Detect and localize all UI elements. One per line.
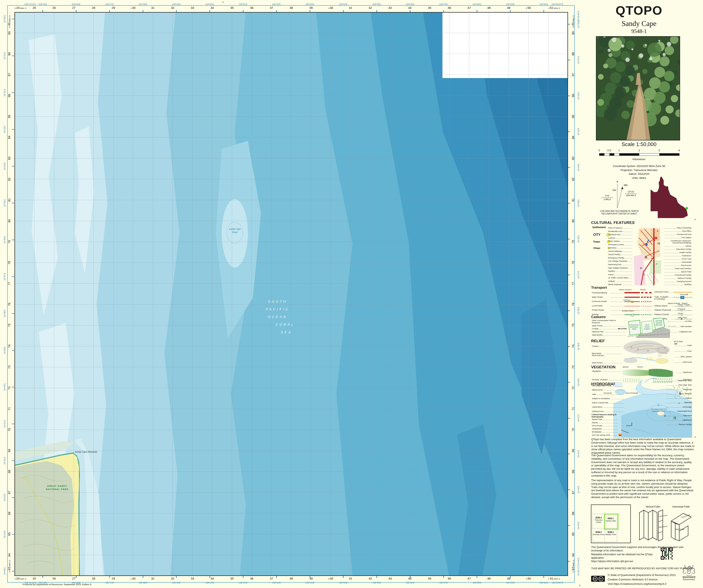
legend-row: Waste Disposal	[608, 283, 633, 286]
legend-row: Marina	[592, 422, 618, 424]
graticule-tick	[12, 460, 14, 461]
svg-text:Sandy Cape (Wookah): Sandy Cape (Wookah)	[75, 450, 97, 453]
perennial-label: Perennial	[604, 392, 612, 394]
support-text: The Queensland Government supports and e…	[591, 545, 695, 553]
graticule-tick	[543, 10, 544, 12]
svg-text:▲: ▲	[640, 231, 642, 233]
legend-row: Mangrove	[666, 389, 692, 391]
latitude-label: 24°30'S	[576, 10, 580, 38]
registration-mark: +	[694, 218, 696, 221]
legend-row: Courthouses, Museums, Government Buildin…	[664, 240, 691, 244]
scalebar-segment	[614, 154, 619, 156]
graticule-tick	[176, 576, 177, 578]
legend-row: Swamp	[666, 397, 692, 399]
adjoining-cell: 9548-1Sandy Cape	[605, 517, 617, 522]
svg-text:184 MILS: 184 MILS	[626, 194, 636, 196]
horizontal-folds-diagram: Front Cover Back Cover	[671, 509, 692, 541]
graticule-tick	[568, 203, 570, 203]
disclaimer-paragraph-1: QTopo has been compiled from the best in…	[591, 438, 695, 454]
graticule-tick	[568, 453, 570, 454]
svg-text:FOREST: FOREST	[644, 328, 651, 330]
easting-label: 5 51 000m. E	[540, 6, 568, 10]
svg-text:130: 130	[637, 348, 639, 350]
legend-row: Waterhole, Bore	[666, 380, 692, 382]
settlement-type: Village	[593, 247, 610, 249]
registration-mark: +	[579, 584, 580, 587]
longitude-label: 153°25'E	[363, 581, 391, 584]
disclaimer-paragraph-3: The representation of any road or track …	[591, 479, 695, 499]
relief-illustration: 150130100 + ▼	[623, 340, 673, 364]
longitude-label: 153°18'E	[129, 2, 157, 6]
legend-row: Picnic Area	[664, 258, 691, 260]
legend-row: Sand Area	[675, 361, 692, 363]
longitude-label: 153°26'E	[396, 581, 424, 584]
legend-row: Submerged Reef	[666, 410, 692, 412]
graticule-tick	[568, 310, 570, 311]
graticule-tick	[568, 132, 570, 132]
graticule-tick	[12, 424, 14, 424]
graticule-tick	[410, 10, 410, 12]
svg-text:▲: ▲	[655, 262, 658, 265]
scalebar-units: Kilometres	[592, 158, 687, 161]
latitude-label: 24°38'S	[3, 299, 6, 328]
longitude-label: 153°25'E	[363, 2, 391, 6]
non-perennial-label: Non-Perennial	[626, 392, 638, 394]
scalebar-tick-label: 0.5	[607, 149, 611, 152]
svg-text:▼: ▼	[665, 353, 667, 354]
legend-row: Racecourse	[664, 264, 691, 266]
svg-text:⚓: ⚓	[657, 403, 660, 406]
toll-point-label: Toll Point	[623, 299, 630, 301]
cadastre-illustration: D'AGUILARNATIONALPARKYULESTATEFORESTRAYN…	[627, 318, 670, 338]
longitude-label: 153°19'E	[162, 581, 190, 584]
print-permission-line: THIS MAP MAY BE PRINTED OR REPRODUCED BY…	[591, 567, 695, 570]
scalebar	[599, 153, 680, 156]
graticule-tick	[568, 239, 570, 239]
latitude-label: 24°34'S	[576, 153, 580, 181]
latitude-label: 24°41'S	[3, 410, 6, 438]
legend-row: Place of Worship	[664, 227, 691, 229]
relief-right-list: PeakCaveMine, QuarrySand Area	[675, 344, 692, 363]
latitude-label: 24°36'S	[3, 226, 6, 254]
section-vegetation-heading: VEGETATION	[591, 365, 616, 369]
copyright-text: © State of Queensland (Department of Res…	[608, 573, 680, 586]
legend-row: Ferry Route	[592, 425, 618, 427]
svg-text:UTM GRID AND 2023 MAGNETIC NOR: UTM GRID AND 2023 MAGNETIC NORTH	[600, 210, 639, 212]
latitude-label: 24°36'S	[576, 225, 580, 253]
legend-row: Correctional Facility	[664, 274, 691, 276]
legend-row: Information Centre	[608, 244, 633, 246]
latitude-label: 24°42'S	[3, 446, 6, 475]
easting-label: 5 50	[515, 6, 543, 10]
graticule-tick	[410, 576, 410, 578]
cadastre-row: State Border	[592, 334, 627, 336]
graticule-tick	[12, 387, 14, 388]
graticule-tick	[12, 240, 14, 240]
svg-text:3 MILS: 3 MILS	[604, 198, 611, 200]
legend-row: Pipeline	[608, 270, 633, 272]
svg-text:E: E	[645, 257, 646, 259]
graticule-tick	[12, 129, 14, 130]
longitude-label: 153°26'E	[396, 2, 424, 6]
legend-row: Mine, Quarry	[675, 356, 692, 358]
svg-text:GREAT SANDY: GREAT SANDY	[47, 485, 67, 487]
settlement-type: CITY	[593, 233, 610, 237]
cadastre-row: Other Conservation Parks & Reserves	[592, 320, 627, 324]
svg-text:RAYNER: RAYNER	[655, 320, 662, 322]
longitude-label: 153°30'50"E	[543, 581, 571, 584]
graticule-tick	[12, 203, 14, 203]
legend-row: Drain, Channel	[666, 393, 692, 395]
graticule-tick	[12, 276, 14, 277]
svg-text:SEA: SEA	[281, 331, 292, 334]
svg-text:PARK: PARK	[632, 328, 637, 330]
graticule-tick	[443, 576, 444, 578]
legend-row: Fire Station	[664, 237, 691, 239]
graticule-tick	[543, 576, 544, 578]
legend-row: Air Traffic Control Tower	[608, 277, 633, 279]
latitude-label: 24°33'S	[3, 115, 6, 144]
mt-eton-label: MT ETON104	[674, 340, 683, 345]
northing-label: 72 63 000m. N	[7, 552, 11, 580]
legend-row: Subject to Inundation	[592, 398, 624, 400]
metadata-text: Metadata information can be obtained via…	[591, 553, 657, 563]
queensland-locator-map	[649, 176, 690, 218]
svg-text:MN: MN	[624, 184, 628, 187]
scalebar-segment	[599, 154, 604, 156]
